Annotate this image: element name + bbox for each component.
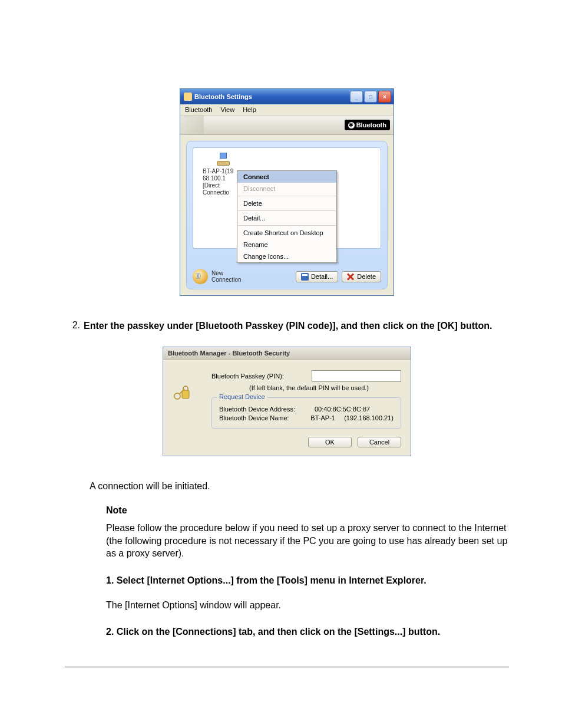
device-address-value: 00:40:8C:5C:8C:87 [315,406,394,413]
maximize-button[interactable]: □ [364,91,377,103]
cm-disconnect: Disconnect [237,183,336,195]
passkey-input[interactable] [312,370,401,382]
device-address-label: Bluetooth Device Address: [219,406,315,413]
instruction-text: Enter the passkey under [Bluetooth Passk… [84,319,509,332]
bluetooth-security-dialog: Bluetooth Manager - Bluetooth Security B… [163,347,411,456]
bluetooth-logo: ✱ Bluetooth [345,120,390,130]
device-panel: BT-AP-1(19 68.100.1 [Direct Connectio Co… [186,141,388,289]
menubar: Bluetooth View Help [180,104,394,116]
menu-bluetooth[interactable]: Bluetooth [185,106,212,113]
note-body: Please follow the procedure below if you… [106,522,509,560]
app-icon [184,93,192,101]
instruction-number: 2. [65,319,80,332]
key-lock-icon [173,383,191,402]
cm-separator [238,196,336,196]
menu-view[interactable]: View [220,106,234,113]
svg-rect-0 [182,390,189,398]
passkey-hint: (If left blank, the default PIN will be … [249,384,401,391]
minimize-button[interactable]: _ [350,91,363,103]
proxy-step-2: 2. Click on the [Connections] tab, and t… [106,625,509,638]
cm-separator [238,225,336,226]
wireless-icon [193,269,208,284]
bluetooth-settings-window: Bluetooth Settings _ □ × Bluetooth View … [180,88,394,296]
close-button[interactable]: × [378,91,391,103]
passkey-label: Bluetooth Passkey (PIN): [211,373,307,380]
menu-help[interactable]: Help [243,106,256,113]
cm-create-shortcut[interactable]: Create Shortcut on Desktop [237,227,336,239]
device-name-value: BT-AP-1 (192.168.100.21) [310,414,394,421]
cm-rename[interactable]: Rename [237,239,336,251]
new-connection-button[interactable]: New Connection [193,269,242,284]
dialog-title: Bluetooth Manager - Bluetooth Security [163,347,411,360]
toolbar: ✱ Bluetooth [180,116,394,135]
bluetooth-icon: ✱ [348,122,355,129]
cm-detail[interactable]: Detail... [237,212,336,224]
note-heading: Note [106,505,509,516]
numbered-instruction: 2. Enter the passkey under [Bluetooth Pa… [65,319,509,332]
cm-change-icons[interactable]: Change Icons... [237,251,336,262]
device-list: BT-AP-1(19 68.100.1 [Direct Connectio Co… [193,147,381,249]
detail-button[interactable]: Detail... [296,271,338,282]
cm-delete[interactable]: Delete [237,197,336,209]
group-label: Request Device [217,393,267,400]
proxy-step-1: 1. Select [Internet Options...] from the… [106,574,509,587]
toolbar-decoration [180,116,204,134]
request-device-group: Request Device Bluetooth Device Address:… [211,397,401,429]
device-name-label: Bluetooth Device Name: [219,414,310,421]
cancel-button[interactable]: Cancel [358,437,401,447]
detail-icon [301,273,309,281]
cm-connect[interactable]: Connect [237,171,336,183]
cm-separator [238,210,336,211]
page-footer-rule [65,667,509,667]
context-menu: Connect Disconnect Delete Detail... Crea… [237,170,337,263]
connection-initiated-text: A connection will be initiated. [90,480,509,493]
window-titlebar: Bluetooth Settings _ □ × [180,89,394,104]
ok-button[interactable]: OK [308,437,352,447]
network-device-icon [216,153,230,167]
delete-icon [347,273,355,281]
proxy-step-1-result: The [Internet Options] window will appea… [106,599,509,612]
delete-button[interactable]: Delete [342,271,381,282]
window-title: Bluetooth Settings [194,93,252,100]
